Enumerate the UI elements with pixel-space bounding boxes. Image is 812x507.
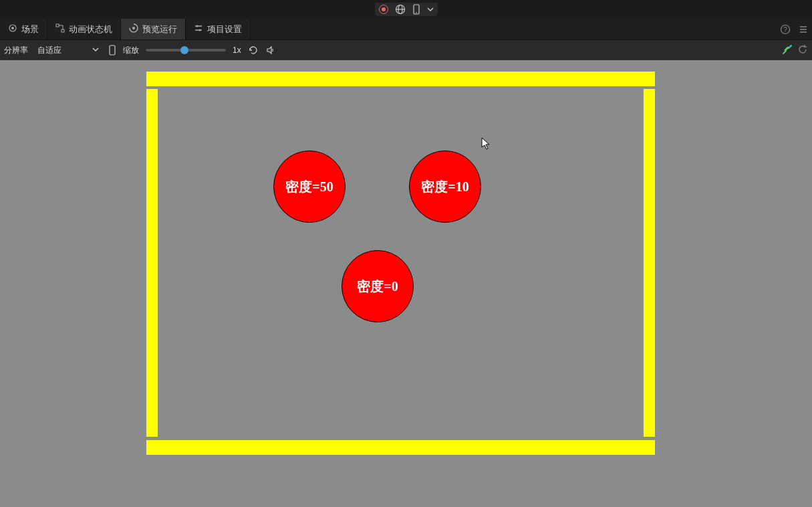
ball-label: 密度=0 bbox=[357, 278, 398, 296]
svg-point-4 bbox=[416, 12, 417, 13]
tab-scene[interactable]: 场景 bbox=[0, 19, 47, 39]
resolution-select[interactable]: 自适应 bbox=[35, 43, 102, 58]
chevron-down-icon bbox=[92, 45, 99, 55]
preview-toolbar: 分辨率 自适应 缩放 1x bbox=[0, 40, 812, 60]
tab-bar: 场景 动画状态机 预览运行 项目设置 ? bbox=[0, 19, 812, 40]
wall-top bbox=[146, 72, 655, 86]
wall-right bbox=[644, 89, 655, 437]
tab-preview[interactable]: 预览运行 bbox=[121, 19, 186, 39]
top-center-controls bbox=[375, 3, 438, 16]
globe-icon[interactable] bbox=[395, 4, 406, 15]
tab-animation-label: 动画状态机 bbox=[69, 23, 112, 35]
svg-text:?: ? bbox=[783, 26, 787, 33]
wall-bottom bbox=[146, 440, 655, 455]
resolution-label: 分辨率 bbox=[4, 45, 28, 56]
debug-tool-icon[interactable] bbox=[781, 43, 793, 58]
title-bar bbox=[0, 0, 812, 19]
ball-label: 密度=10 bbox=[421, 178, 468, 196]
state-machine-icon bbox=[55, 23, 65, 35]
ball-density-50[interactable]: 密度=50 bbox=[273, 150, 346, 223]
svg-point-13 bbox=[199, 29, 201, 31]
device-icon[interactable] bbox=[412, 4, 420, 15]
tab-animation[interactable]: 动画状态机 bbox=[47, 19, 121, 39]
tab-scene-label: 场景 bbox=[21, 23, 39, 35]
ball-label: 密度=50 bbox=[285, 178, 333, 196]
svg-rect-7 bbox=[56, 24, 59, 27]
chevron-down-icon[interactable] bbox=[427, 6, 434, 13]
svg-point-11 bbox=[196, 25, 198, 27]
ball-density-10[interactable]: 密度=10 bbox=[409, 150, 481, 223]
help-button[interactable]: ? bbox=[776, 19, 795, 39]
reload-icon[interactable] bbox=[797, 44, 808, 57]
record-button[interactable] bbox=[379, 5, 388, 14]
zoom-slider-thumb[interactable] bbox=[180, 46, 188, 54]
game-stage[interactable]: 密度=50 密度=10 密度=0 bbox=[146, 72, 655, 455]
refresh-button[interactable] bbox=[248, 45, 259, 56]
settings-icon bbox=[194, 23, 203, 35]
svg-rect-8 bbox=[61, 29, 64, 32]
svg-point-9 bbox=[132, 27, 135, 29]
preview-icon bbox=[129, 23, 138, 35]
ball-density-0[interactable]: 密度=0 bbox=[342, 250, 414, 322]
svg-rect-19 bbox=[110, 45, 115, 55]
tab-settings-label: 项目设置 bbox=[207, 23, 242, 35]
zoom-value: 1x bbox=[233, 45, 241, 55]
device-orientation-icon[interactable] bbox=[108, 45, 116, 56]
zoom-label: 缩放 bbox=[123, 45, 139, 56]
wall-left bbox=[146, 89, 158, 437]
hamburger-menu-button[interactable] bbox=[795, 19, 812, 39]
sound-button[interactable] bbox=[265, 45, 276, 56]
zoom-slider[interactable] bbox=[146, 49, 226, 52]
svg-point-20 bbox=[790, 45, 792, 47]
svg-point-6 bbox=[11, 27, 14, 29]
tab-preview-label: 预览运行 bbox=[142, 23, 177, 35]
resolution-value: 自适应 bbox=[37, 45, 61, 56]
canvas-viewport: 密度=50 密度=10 密度=0 bbox=[0, 60, 812, 507]
scene-icon bbox=[8, 23, 17, 35]
tab-settings[interactable]: 项目设置 bbox=[186, 19, 251, 39]
